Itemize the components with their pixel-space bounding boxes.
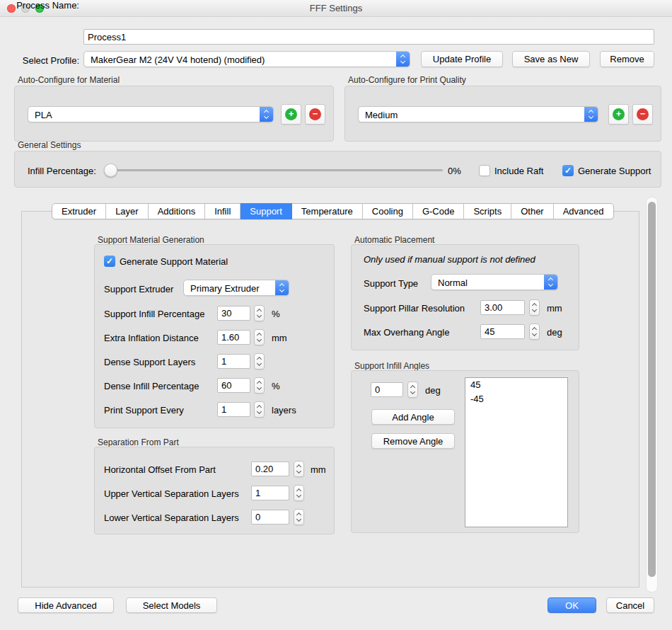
- upper-vertical-separation-field[interactable]: [251, 486, 289, 500]
- list-item[interactable]: 45: [465, 378, 567, 392]
- support-extruder-dropdown[interactable]: Primary Extruder: [183, 280, 289, 296]
- generate-support-checkbox[interactable]: ✓: [562, 165, 574, 176]
- tab-other[interactable]: Other: [511, 204, 554, 219]
- slider-thumb[interactable]: [104, 164, 117, 177]
- chevron-down-icon: [296, 517, 301, 522]
- tab-cooling[interactable]: Cooling: [363, 204, 413, 219]
- update-profile-button[interactable]: Update Profile: [421, 51, 503, 67]
- material-add-button[interactable]: +: [281, 104, 301, 125]
- tab-gcode[interactable]: G-Code: [413, 204, 465, 219]
- remove-profile-button[interactable]: Remove: [600, 51, 654, 67]
- infill-percentage-label: Infill Percentage:: [28, 166, 96, 176]
- auto-quality-group: Medium + −: [344, 86, 661, 142]
- tab-extruder[interactable]: Extruder: [52, 204, 106, 219]
- dense-infill-percentage-stepper[interactable]: [254, 377, 265, 394]
- upper-vertical-separation-label: Upper Vertical Separation Layers: [104, 488, 239, 499]
- horizontal-offset-unit: mm: [311, 464, 326, 475]
- plus-icon: +: [613, 108, 625, 120]
- scrollbar-thumb[interactable]: [648, 202, 656, 577]
- material-remove-button[interactable]: −: [305, 104, 325, 125]
- extra-inflation-distance-stepper[interactable]: [254, 329, 265, 345]
- lower-vertical-separation-stepper[interactable]: [294, 509, 304, 525]
- infill-percentage-value: 0%: [448, 166, 461, 176]
- dropdown-arrows-icon: [275, 280, 289, 295]
- separation-group: Horizontal Offset From Part mm Upper Ver…: [94, 447, 335, 534]
- tab-support[interactable]: Support: [241, 203, 292, 219]
- dense-support-layers-stepper[interactable]: [254, 353, 265, 370]
- angle-input-stepper[interactable]: [407, 382, 418, 398]
- angle-input-field[interactable]: [371, 382, 403, 397]
- support-pillar-resolution-stepper[interactable]: [529, 299, 540, 316]
- quality-remove-button[interactable]: −: [632, 104, 653, 125]
- chevron-down-icon: [410, 389, 415, 394]
- extra-inflation-distance-label: Extra Inflation Distance: [104, 333, 199, 343]
- general-settings-title: General Settings: [18, 140, 81, 150]
- tab-infill[interactable]: Infill: [205, 204, 241, 219]
- material-dropdown[interactable]: PLA: [28, 106, 274, 122]
- separation-title: Separation From Part: [98, 437, 179, 447]
- chevron-down-icon: [257, 313, 262, 318]
- support-pillar-resolution-field[interactable]: [480, 300, 525, 315]
- support-infill-percentage-field[interactable]: [217, 306, 250, 321]
- select-models-button[interactable]: Select Models: [126, 597, 217, 613]
- support-extruder-label: Support Extruder: [104, 284, 173, 294]
- save-as-new-button[interactable]: Save as New: [512, 51, 590, 67]
- chevron-down-icon: [532, 331, 537, 336]
- quality-dropdown[interactable]: Medium: [358, 106, 598, 122]
- dense-infill-percentage-label: Dense Infill Percentage: [104, 381, 199, 391]
- material-value: PLA: [35, 109, 52, 120]
- minus-icon: −: [637, 108, 649, 120]
- infill-percentage-slider[interactable]: [108, 169, 443, 171]
- quality-add-button[interactable]: +: [608, 104, 629, 125]
- settings-tab-bar: Extruder Layer Additions Infill Support …: [52, 203, 614, 219]
- fff-settings-dialog: FFF Settings Process Name: Select Profil…: [0, 0, 672, 630]
- select-profile-label: Select Profile:: [0, 55, 79, 66]
- angle-unit-label: deg: [425, 385, 441, 396]
- cancel-button[interactable]: Cancel: [606, 597, 654, 613]
- max-overhang-angle-field[interactable]: [480, 324, 525, 339]
- extra-inflation-distance-field[interactable]: [217, 330, 250, 345]
- upper-vertical-separation-stepper[interactable]: [294, 485, 304, 501]
- support-infill-percentage-stepper[interactable]: [254, 305, 265, 321]
- generate-support-material-checkbox[interactable]: ✓: [104, 256, 115, 267]
- dense-infill-percentage-field[interactable]: [217, 378, 250, 393]
- max-overhang-angle-stepper[interactable]: [529, 323, 540, 340]
- select-profile-dropdown[interactable]: MakerGear M2 (24V V4 hotend) (modified): [83, 51, 410, 67]
- infill-angles-group: deg Add Angle Remove Angle 45 -45: [351, 370, 579, 533]
- process-name-input[interactable]: [83, 29, 654, 45]
- check-icon: ✓: [564, 166, 572, 176]
- process-name-label: Process Name:: [0, 0, 79, 11]
- tab-temperature[interactable]: Temperature: [292, 204, 363, 219]
- add-angle-button[interactable]: Add Angle: [371, 409, 455, 425]
- infill-angles-listbox[interactable]: 45 -45: [465, 377, 568, 527]
- horizontal-offset-label: Horizontal Offset From Part: [104, 464, 216, 475]
- dropdown-arrows-icon: [396, 52, 410, 67]
- list-item[interactable]: -45: [465, 392, 567, 406]
- support-type-dropdown[interactable]: Normal: [431, 274, 558, 290]
- include-raft-checkbox[interactable]: [479, 165, 490, 176]
- tab-scripts[interactable]: Scripts: [464, 204, 511, 219]
- support-pillar-resolution-unit: mm: [547, 303, 562, 314]
- auto-material-group: PLA + −: [14, 86, 334, 142]
- horizontal-offset-field[interactable]: [251, 462, 289, 476]
- generate-support-label: Generate Support: [578, 166, 651, 176]
- include-raft-label: Include Raft: [494, 166, 543, 176]
- ok-button[interactable]: OK: [548, 597, 596, 613]
- horizontal-offset-stepper[interactable]: [294, 461, 304, 477]
- print-support-every-field[interactable]: [217, 402, 250, 417]
- support-infill-percentage-unit: %: [272, 309, 280, 319]
- tab-additions[interactable]: Additions: [149, 204, 205, 219]
- auto-quality-title: Auto-Configure for Print Quality: [348, 75, 466, 85]
- support-generation-group: ✓ Generate Support Material Support Extr…: [94, 244, 335, 428]
- remove-angle-button[interactable]: Remove Angle: [371, 433, 455, 449]
- dense-support-layers-field[interactable]: [217, 354, 250, 369]
- chevron-down-icon: [532, 307, 537, 312]
- lower-vertical-separation-field[interactable]: [251, 510, 289, 525]
- infill-angles-title: Support Infill Angles: [354, 361, 429, 371]
- print-support-every-stepper[interactable]: [254, 401, 265, 418]
- vertical-scrollbar[interactable]: [646, 197, 658, 592]
- tab-advanced[interactable]: Advanced: [554, 204, 613, 219]
- tab-layer[interactable]: Layer: [106, 204, 149, 219]
- chevron-down-icon: [257, 337, 262, 342]
- hide-advanced-button[interactable]: Hide Advanced: [18, 597, 114, 613]
